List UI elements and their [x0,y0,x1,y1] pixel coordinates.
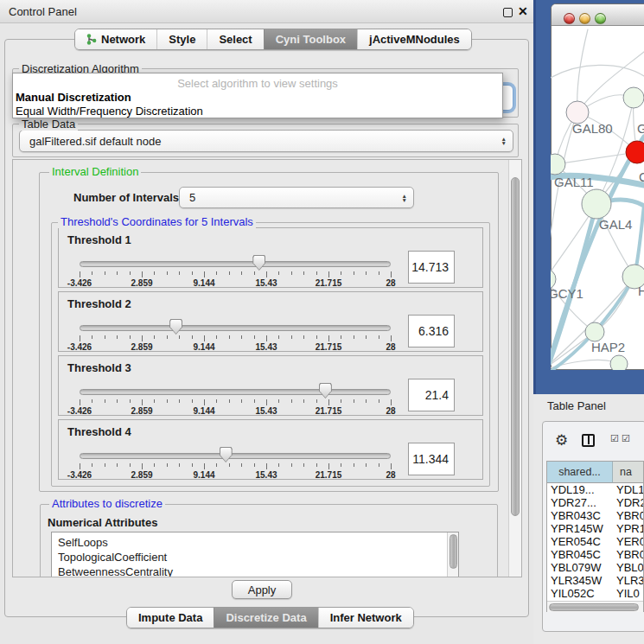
network-node-hap2[interactable] [585,322,604,341]
network-edge[interactable] [555,152,637,164]
tab-cyni-toolbox[interactable]: Cyni Toolbox [264,29,357,49]
attributes-group-label: Attributes to discretize [49,497,165,510]
table-h-scrollbar-thumb[interactable] [549,603,639,611]
apply-button[interactable]: Apply [232,580,292,599]
settings-scrollbar[interactable] [508,160,521,577]
table-row[interactable]: YBR043CYBR0 [547,509,644,522]
threshold-value-field[interactable]: 6.316 [408,315,455,348]
minor-tick [154,335,155,339]
table-row[interactable]: YLR345WYLR3 [547,574,644,587]
table-row[interactable]: YDR27...YDR2 [547,496,644,509]
minor-tick [192,271,193,275]
minor-tick [117,335,118,339]
split-columns-icon[interactable] [582,434,595,447]
tick-label: 9.144 [193,406,214,416]
major-tick [204,271,205,277]
tab-label: jActiveMNodules [369,33,460,46]
major-tick [328,463,329,469]
network-node-label: HAP2 [591,340,625,354]
major-tick [391,271,392,277]
table-row[interactable]: YBL079WYBL0 [547,561,644,574]
minor-tick [366,271,367,275]
minor-tick [92,463,92,467]
dropdown-option-manual-discretization[interactable]: Manual Discretization [13,91,502,105]
network-node-ga[interactable] [623,87,644,108]
table-column-header[interactable]: na [613,462,644,483]
minor-tick [379,271,379,275]
network-node-label: GAL11 [554,175,594,189]
threshold-slider-track[interactable] [80,261,391,267]
minor-tick [130,335,131,339]
table-row[interactable]: YDL19...YDL1 [547,483,644,496]
network-node[interactable] [610,355,628,373]
minor-tick [130,271,131,275]
table-row[interactable]: YPR145WYPR1 [547,522,644,535]
threshold-value-field[interactable]: 21.4 [408,379,455,411]
select-all-columns-icon[interactable]: ☑ [622,433,630,444]
list-scrollbar[interactable] [447,532,458,577]
network-node-gal11[interactable] [545,154,565,175]
threshold-slider-track[interactable] [80,325,391,331]
tick-label: 21.715 [316,342,342,352]
minor-tick [167,271,168,275]
network-node-label: GAL80 [572,121,613,136]
minor-tick [92,335,92,339]
table-row[interactable]: YBR045CYBR0 [547,548,644,561]
table-row[interactable]: YIL052CYIL0 [547,587,644,600]
float-window-icon[interactable] [503,8,513,17]
bottom-tab-infer-network[interactable]: Infer Network [318,608,413,628]
number-of-intervals-combobox[interactable]: 5 ▲▼ [179,187,414,208]
minor-tick [192,335,193,339]
number-of-intervals-value: 5 [189,188,195,208]
tab-style[interactable]: Style [156,29,207,49]
threshold-label: Threshold 4 [67,425,131,438]
table-h-scrollbar[interactable] [547,601,644,612]
threshold-slider-thumb[interactable] [319,383,332,399]
table-panel-title: Table Panel [547,399,606,412]
attribute-list-item[interactable]: TopologicalCoefficient [52,550,458,564]
attribute-list-item[interactable]: SelfLoops [52,535,458,550]
settings-scrollbar-thumb[interactable] [511,177,520,516]
threshold-value-field[interactable]: 14.713 [408,251,455,284]
table-row[interactable]: YER054CYER0 [547,535,644,548]
numerical-attributes-list[interactable]: SelfLoopsTopologicalCoefficientBetweenne… [51,532,459,577]
minor-tick [229,399,230,403]
table-data-group-label: Table Data [19,118,78,131]
gear-icon[interactable]: ⚙ [555,431,568,450]
network-node-gal4[interactable] [582,189,611,219]
tick-label: 28 [386,406,395,416]
tab-network[interactable]: Network [75,29,156,49]
dropdown-option-equal-width-frequency[interactable]: Equal Width/Frequency Discretization [13,105,502,118]
bottom-tab-discretize-data[interactable]: Discretize Data [214,608,317,628]
minor-tick [216,463,217,467]
minor-tick [167,399,168,403]
tab-select[interactable]: Select [207,29,263,49]
threshold-slider-thumb[interactable] [220,447,233,462]
list-scrollbar-thumb[interactable] [450,534,457,569]
threshold-slider-track[interactable] [80,453,391,459]
tick-label: 21.715 [316,406,342,416]
minor-tick [167,463,168,467]
threshold-slider-track[interactable] [80,389,391,395]
stepper-arrows-icon: ▲▼ [402,194,407,202]
minor-tick [254,335,255,339]
table-data-combobox[interactable]: galFiltered.sif default node ▲▼ [19,130,513,152]
table-cell: YBR043C [547,509,613,522]
threshold-slider-thumb[interactable] [252,255,265,271]
network-edge[interactable] [545,112,577,279]
network-canvas[interactable]: GAL80GACGAL11GAL4GCY1HHAP2 [536,0,644,393]
network-edge[interactable] [577,29,588,112]
threshold-value-field[interactable]: 11.344 [408,443,455,475]
network-node-c[interactable] [626,141,644,163]
bottom-tab-impute-data[interactable]: Impute Data [127,608,214,628]
network-edge[interactable] [543,65,644,82]
minor-tick [179,463,180,467]
threshold-slider-thumb[interactable] [169,319,182,335]
table-column-header[interactable]: shared... [547,462,613,483]
tab-jactivemnodules[interactable]: jActiveMNodules [357,29,471,49]
table-header-row: shared...na [547,462,644,483]
minor-tick [303,399,304,403]
attribute-list-item[interactable]: BetweennessCentrality [52,564,458,577]
close-icon[interactable]: ✕ [518,4,528,18]
select-columns-icon[interactable]: ☑ [610,433,619,444]
